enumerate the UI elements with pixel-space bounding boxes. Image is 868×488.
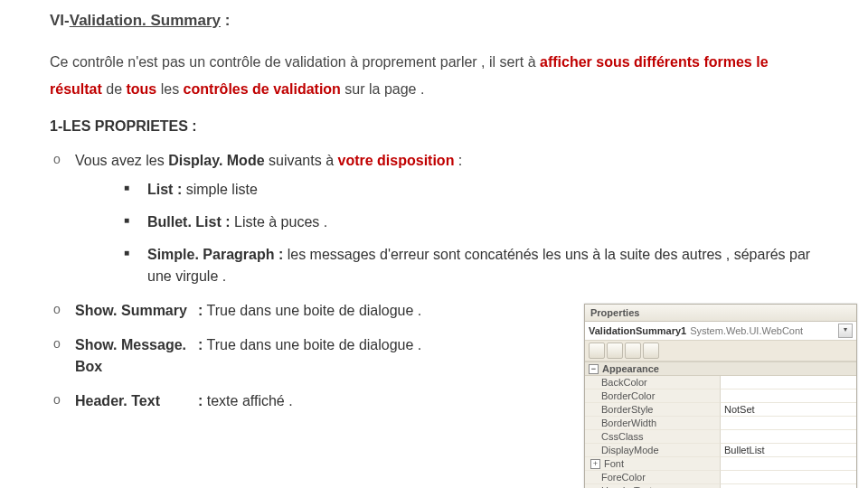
property-name[interactable]: BorderStyle bbox=[585, 403, 721, 417]
expand-icon[interactable]: + bbox=[590, 459, 600, 469]
category-appearance[interactable]: − Appearance bbox=[585, 361, 856, 376]
property-value[interactable] bbox=[721, 389, 856, 403]
props-button[interactable] bbox=[625, 343, 641, 359]
property-name[interactable]: DisplayMode bbox=[585, 444, 721, 457]
property-name[interactable]: +Font bbox=[585, 457, 721, 471]
list-item: List : simple liste bbox=[75, 179, 818, 201]
property-name[interactable]: BackColor bbox=[585, 376, 721, 389]
property-name[interactable]: ForeColor bbox=[585, 471, 721, 484]
property-list: Show. Summary :: True dans une boite de … bbox=[50, 300, 556, 412]
properties-panel: Properties ValidationSummary1 System.Web… bbox=[584, 304, 857, 488]
property-value[interactable] bbox=[721, 484, 856, 488]
panel-title: Properties bbox=[585, 305, 856, 322]
categorize-button[interactable] bbox=[589, 343, 605, 359]
property-value[interactable] bbox=[721, 417, 856, 430]
panel-toolbar bbox=[585, 341, 856, 361]
property-value[interactable] bbox=[721, 471, 856, 484]
property-name[interactable]: HeaderText bbox=[585, 484, 721, 488]
property-value[interactable] bbox=[721, 376, 856, 389]
list-item: Vous avez les Display. Mode suivants à v… bbox=[50, 150, 818, 287]
property-name[interactable]: CssClass bbox=[585, 430, 721, 444]
list-item: Bullet. List : Liste à puces . bbox=[75, 211, 818, 233]
collapse-icon[interactable]: − bbox=[589, 364, 599, 374]
intro-paragraph: Ce contrôle n'est pas un contrôle de val… bbox=[50, 49, 818, 104]
property-value[interactable]: NotSet bbox=[721, 403, 856, 417]
list-item: Simple. Paragraph : les messages d'erreu… bbox=[75, 244, 818, 287]
sort-button[interactable] bbox=[607, 343, 623, 359]
property-value[interactable] bbox=[721, 430, 856, 444]
property-value[interactable] bbox=[721, 457, 856, 471]
chevron-down-icon[interactable]: ▾ bbox=[838, 324, 853, 338]
object-selector[interactable]: ValidationSummary1 System.Web.UI.WebCont… bbox=[585, 322, 856, 341]
events-button[interactable] bbox=[643, 343, 659, 359]
property-value[interactable]: BulletList bbox=[721, 444, 856, 457]
page-title: VI-Validation. Summary : bbox=[50, 9, 818, 33]
property-name[interactable]: BorderColor bbox=[585, 389, 721, 403]
section-heading: 1-LES PROPRIETES : bbox=[50, 116, 818, 137]
property-name[interactable]: BorderWidth bbox=[585, 417, 721, 430]
